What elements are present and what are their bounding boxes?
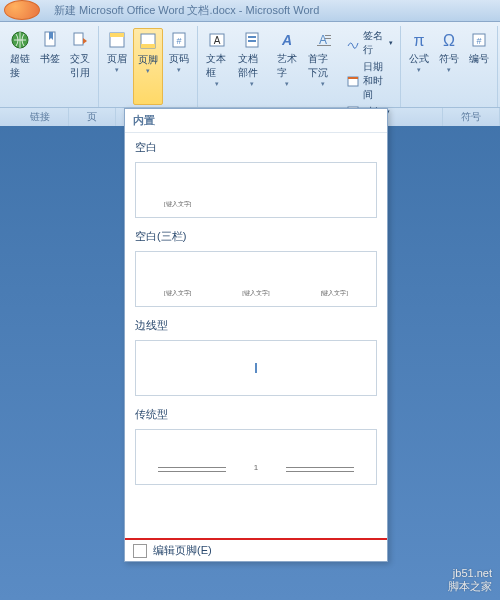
group-text: A 文本框 ▾ 文档部件 ▾ A 艺术字 ▾ A 首字下沉 ▾ bbox=[198, 26, 401, 107]
bookmark-icon bbox=[40, 30, 60, 50]
chevron-down-icon: ▾ bbox=[250, 80, 254, 88]
chevron-down-icon: ▾ bbox=[146, 67, 150, 75]
svg-rect-2 bbox=[74, 33, 83, 45]
group-symbols: π 公式 ▾ Ω 符号 ▾ # 编号 bbox=[401, 26, 498, 107]
window-title: 新建 Microsoft Office Word 文档.docx - Micro… bbox=[54, 3, 319, 18]
preview-classic: 1 bbox=[135, 429, 377, 485]
chevron-down-icon: ▾ bbox=[177, 66, 181, 74]
calendar-icon bbox=[346, 74, 360, 88]
datetime-button[interactable]: 日期和时间 bbox=[343, 59, 396, 103]
svg-text:#: # bbox=[476, 36, 481, 46]
crossref-icon bbox=[70, 30, 90, 50]
titlebar: 新建 Microsoft Office Word 文档.docx - Micro… bbox=[0, 0, 500, 22]
signature-button[interactable]: 签名行▾ bbox=[343, 28, 396, 58]
gallery-item-border[interactable]: 边线型 bbox=[125, 315, 387, 396]
gallery-item-blank3[interactable]: 空白(三栏) [键入文字] [键入文字] [键入文字] bbox=[125, 226, 387, 307]
hyperlink-button[interactable]: 超链接 bbox=[6, 28, 34, 105]
ribbon: 超链接 书签 交叉 引用 页眉 ▾ 页脚 ▾ bbox=[0, 22, 500, 108]
symbol-button[interactable]: Ω 符号 ▾ bbox=[435, 28, 463, 105]
header-button[interactable]: 页眉 ▾ bbox=[103, 28, 131, 105]
bookmark-button[interactable]: 书签 bbox=[36, 28, 64, 105]
svg-text:A: A bbox=[281, 32, 292, 48]
chevron-down-icon: ▾ bbox=[447, 66, 451, 74]
gallery-item-blank[interactable]: 空白 [键入文字] bbox=[125, 137, 387, 218]
textbox-button[interactable]: A 文本框 ▾ bbox=[202, 28, 232, 120]
watermark: jb51.net 脚本之家 bbox=[448, 567, 492, 594]
footer-icon bbox=[138, 31, 158, 51]
preview-border bbox=[135, 340, 377, 396]
svg-rect-16 bbox=[325, 35, 331, 36]
svg-text:#: # bbox=[176, 36, 181, 46]
svg-rect-13 bbox=[248, 40, 256, 42]
preview-blank: [键入文字] bbox=[135, 162, 377, 218]
border-bar bbox=[255, 363, 257, 373]
chevron-down-icon: ▾ bbox=[215, 80, 219, 88]
svg-text:Ω: Ω bbox=[443, 32, 455, 49]
gallery-header: 内置 bbox=[125, 109, 387, 133]
number-button[interactable]: # 编号 bbox=[465, 28, 493, 105]
office-button[interactable] bbox=[4, 0, 40, 20]
document-icon bbox=[133, 544, 147, 558]
preview-blank3: [键入文字] [键入文字] [键入文字] bbox=[135, 251, 377, 307]
svg-rect-20 bbox=[348, 77, 358, 79]
svg-rect-18 bbox=[317, 45, 331, 46]
svg-text:π: π bbox=[413, 32, 424, 49]
svg-rect-12 bbox=[248, 36, 256, 38]
chevron-down-icon: ▾ bbox=[417, 66, 421, 74]
parts-icon bbox=[242, 30, 262, 50]
equation-button[interactable]: π 公式 ▾ bbox=[405, 28, 433, 105]
pagenum-icon: # bbox=[169, 30, 189, 50]
pagenum-button[interactable]: # 页码 ▾ bbox=[165, 28, 193, 105]
number-icon: # bbox=[469, 30, 489, 50]
omega-icon: Ω bbox=[439, 30, 459, 50]
gallery-item-classic[interactable]: 传统型 1 bbox=[125, 404, 387, 485]
header-icon bbox=[107, 30, 127, 50]
dropcap-icon: A bbox=[313, 30, 333, 50]
chevron-down-icon: ▾ bbox=[285, 80, 289, 88]
svg-rect-4 bbox=[110, 33, 124, 37]
dropcap-button[interactable]: A 首字下沉 ▾ bbox=[304, 28, 341, 120]
svg-rect-6 bbox=[141, 44, 155, 48]
footer-gallery: 内置 空白 [键入文字] 空白(三栏) [键入文字] [键入文字] [键入文字]… bbox=[124, 108, 388, 562]
signature-icon bbox=[346, 36, 360, 50]
chevron-down-icon: ▾ bbox=[115, 66, 119, 74]
textbox-icon: A bbox=[207, 30, 227, 50]
group-links: 超链接 书签 交叉 引用 bbox=[2, 26, 99, 107]
wordart-icon: A bbox=[277, 30, 297, 50]
edit-footer-button[interactable]: 编辑页脚(E) bbox=[125, 538, 387, 561]
pi-icon: π bbox=[409, 30, 429, 50]
chevron-down-icon: ▾ bbox=[321, 80, 325, 88]
svg-text:A: A bbox=[214, 35, 221, 46]
globe-icon bbox=[10, 30, 30, 50]
svg-rect-17 bbox=[325, 38, 331, 39]
parts-button[interactable]: 文档部件 ▾ bbox=[234, 28, 271, 120]
crossref-button[interactable]: 交叉 引用 bbox=[66, 28, 94, 105]
group-headerfooter: 页眉 ▾ 页脚 ▾ # 页码 ▾ bbox=[99, 26, 198, 107]
footer-button[interactable]: 页脚 ▾ bbox=[133, 28, 163, 105]
wordart-button[interactable]: A 艺术字 ▾ bbox=[273, 28, 303, 120]
